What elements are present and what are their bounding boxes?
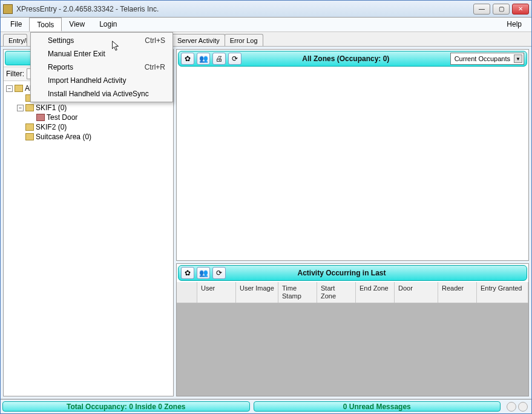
spacer [17,95,24,102]
activity-panel-header: ✿ 👥 ⟳ Activity Occurring in Last [178,265,527,281]
chevron-down-icon: ▼ [514,54,522,63]
window-buttons: — ▢ ✕ [473,4,529,15]
zones-panel-body [177,68,528,260]
maximize-button[interactable]: ▢ [493,4,510,15]
zones-tree[interactable]: − All ... Outside (0) − SKIF1 (0) [4,81,173,396]
col-user[interactable]: User [197,282,236,302]
tab-entry-exit[interactable]: Entry/E [3,34,27,46]
menu-settings[interactable]: Settings Ctrl+S [32,34,171,47]
refresh-icon[interactable]: ⟳ [228,53,241,65]
folder-icon [15,85,23,92]
menu-item-label: Manual Enter Exit [48,50,105,58]
pause-icon[interactable] [518,402,528,412]
menu-tools[interactable]: Tools [29,18,62,31]
folder-icon [25,104,34,111]
tree-label: SKIF2 (0) [36,123,67,131]
app-window: XPressEntry - 2.0.4658.33342 - Telaeris … [0,0,532,414]
activity-panel-title: Activity Occurring in Last [228,269,455,277]
statusbar: Total Occupancy: 0 Inside 0 Zones 0 Unre… [1,399,531,413]
col-door[interactable]: Door [395,282,438,302]
menu-import-handheld[interactable]: Import Handheld Activity [32,74,171,87]
filter-label: Filter: [6,70,24,78]
menu-install-handheld[interactable]: Install Handheld via ActiveSync [32,87,171,100]
row-selector-header[interactable] [177,282,197,302]
col-reader[interactable]: Reader [438,282,477,302]
tools-dropdown: Settings Ctrl+S Manual Enter Exit Report… [30,32,173,102]
menu-login[interactable]: Login [92,18,124,31]
settings-icon[interactable]: ✿ [181,267,194,279]
expander-icon[interactable]: − [6,85,13,92]
combo-value: Current Occupants [455,55,510,62]
spacer [17,124,24,131]
users-icon[interactable]: 👥 [197,53,210,65]
close-button[interactable]: ✕ [512,4,529,15]
users-icon[interactable]: 👥 [197,267,210,279]
main-area: ✿ 👥 🖨 ⟳ All Zones (Occupancy: 0) Current… [176,49,529,396]
menu-item-label: Settings [48,36,74,45]
menu-shortcut: Ctrl+R [145,63,165,71]
tree-label: SKIF1 (0) [36,104,67,112]
print-icon[interactable]: 🖨 [212,53,226,65]
clock-icon[interactable] [507,402,516,412]
zones-panel-header: ✿ 👥 🖨 ⟳ All Zones (Occupancy: 0) Current… [178,51,527,67]
tree-node-suitcase[interactable]: Suitcase Area (0) [6,132,171,142]
folder-icon [25,123,34,131]
col-time-stamp[interactable]: Time Stamp [278,282,317,302]
expander-icon[interactable]: − [17,105,24,111]
menubar: File Tools View Login Help [1,18,531,32]
activity-grid-body[interactable] [177,303,528,396]
app-icon [3,4,13,14]
spacer [28,114,34,121]
settings-icon[interactable]: ✿ [181,53,194,65]
tree-node-test-door[interactable]: Test Door [6,113,171,122]
spacer [17,134,24,140]
col-entry-granted[interactable]: Entry Granted [477,282,528,302]
tree-label: Test Door [47,113,77,122]
menu-item-label: Import Handheld Activity [48,76,126,85]
titlebar: XPressEntry - 2.0.4658.33342 - Telaeris … [1,1,531,18]
activity-panel: ✿ 👥 ⟳ Activity Occurring in Last User Us… [176,263,529,396]
status-messages[interactable]: 0 Unread Messages [254,401,501,412]
menu-item-label: Install Handheld via ActiveSync [48,90,149,98]
menu-manual-enter-exit[interactable]: Manual Enter Exit [32,47,171,61]
zones-panel: ✿ 👥 🖨 ⟳ All Zones (Occupancy: 0) Current… [176,49,529,261]
occupants-combo[interactable]: Current Occupants ▼ [450,53,524,65]
status-icons [502,399,531,413]
col-user-image[interactable]: User Image [236,282,278,302]
menu-view[interactable]: View [62,18,92,31]
zones-panel-title: All Zones (Occupancy: 0) [244,54,448,63]
door-icon [36,114,45,121]
folder-icon [25,133,34,140]
status-occupancy: Total Occupancy: 0 Inside 0 Zones [2,401,250,412]
menu-item-label: Reports [48,63,73,71]
menu-reports[interactable]: Reports Ctrl+R [32,61,171,74]
minimize-button[interactable]: — [473,4,490,15]
menu-help[interactable]: Help [499,18,529,31]
tree-node-skif1[interactable]: − SKIF1 (0) [6,103,171,113]
tree-node-skif2[interactable]: SKIF2 (0) [6,122,171,132]
tab-server-activity[interactable]: Server Activity [172,34,225,46]
tree-label: Suitcase Area (0) [36,133,91,141]
menu-file[interactable]: File [3,18,29,31]
refresh-icon[interactable]: ⟳ [212,267,226,279]
window-title: XPressEntry - 2.0.4658.33342 - Telaeris … [16,5,473,13]
menu-shortcut: Ctrl+S [145,36,165,45]
col-start-zone[interactable]: Start Zone [317,282,356,302]
col-end-zone[interactable]: End Zone [356,282,395,302]
tab-error-log[interactable]: Error Log [225,34,263,46]
activity-grid-header: User User Image Time Stamp Start Zone En… [177,282,528,303]
